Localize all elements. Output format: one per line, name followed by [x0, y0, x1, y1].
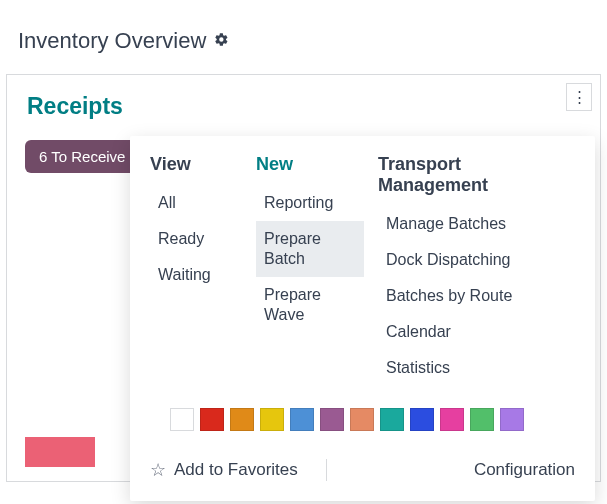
view-all[interactable]: All: [150, 185, 242, 221]
color-swatch-8[interactable]: [410, 408, 434, 431]
favorites-label: Add to Favorites: [174, 460, 298, 480]
star-icon: ☆: [150, 459, 166, 481]
view-waiting[interactable]: Waiting: [150, 257, 242, 293]
tm-batches-by-route[interactable]: Batches by Route: [378, 278, 575, 314]
view-ready[interactable]: Ready: [150, 221, 242, 257]
add-to-favorites-button[interactable]: ☆ Add to Favorites: [150, 459, 327, 481]
kebab-menu-button[interactable]: ⋮: [566, 83, 592, 111]
col-heading-new: New: [256, 154, 364, 175]
configuration-button[interactable]: Configuration: [446, 460, 575, 480]
col-heading-transport: Transport Management: [378, 154, 575, 196]
color-swatch-3[interactable]: [260, 408, 284, 431]
menu-popup: View All Ready Waiting New Reporting Pre…: [130, 136, 595, 501]
tm-calendar[interactable]: Calendar: [378, 314, 575, 350]
color-swatch-5[interactable]: [320, 408, 344, 431]
new-prepare-batch[interactable]: Prepare Batch: [256, 221, 364, 277]
gear-icon[interactable]: [214, 32, 229, 51]
color-swatch-9[interactable]: [440, 408, 464, 431]
color-swatch-6[interactable]: [350, 408, 374, 431]
new-reporting[interactable]: Reporting: [256, 185, 364, 221]
color-swatch-1[interactable]: [200, 408, 224, 431]
tm-manage-batches[interactable]: Manage Batches: [378, 206, 575, 242]
color-swatch-4[interactable]: [290, 408, 314, 431]
panel-title: Receipts: [7, 75, 600, 132]
color-swatch-2[interactable]: [230, 408, 254, 431]
tm-statistics[interactable]: Statistics: [378, 350, 575, 386]
progress-bar: [25, 437, 95, 467]
color-swatch-row: [130, 398, 595, 445]
color-swatch-11[interactable]: [500, 408, 524, 431]
tm-dock-dispatching[interactable]: Dock Dispatching: [378, 242, 575, 278]
color-swatch-7[interactable]: [380, 408, 404, 431]
color-swatch-0[interactable]: [170, 408, 194, 431]
to-receive-badge[interactable]: 6 To Receive: [25, 140, 139, 173]
col-heading-view: View: [150, 154, 242, 175]
new-prepare-wave[interactable]: Prepare Wave: [256, 277, 364, 333]
page-title: Inventory Overview: [18, 28, 206, 54]
color-swatch-10[interactable]: [470, 408, 494, 431]
